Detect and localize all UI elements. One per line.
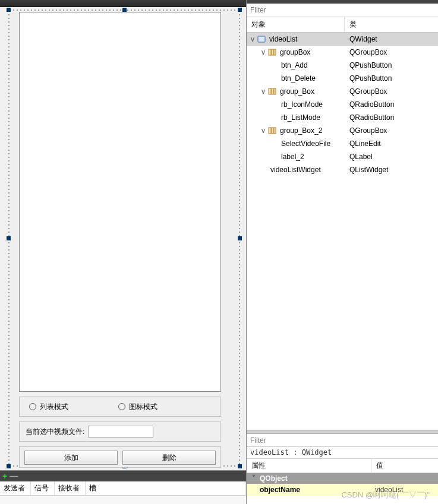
- col-value: 值: [371, 459, 388, 473]
- filter-placeholder: Filter: [250, 6, 266, 14]
- expand-icon[interactable]: v: [249, 35, 256, 43]
- chevron-down-icon: ˅: [250, 474, 257, 483]
- object-name: btn_Delete: [281, 74, 316, 83]
- form-designer[interactable]: 列表模式 图标模式 当前选中视频文件: 添加 删除: [0, 7, 246, 470]
- signals-slots-dock: + — 发送者 信号 接收者 槽: [0, 470, 246, 504]
- tree-row-group_Box[interactable]: vgroup_BoxQGroupBox: [247, 85, 438, 98]
- svg-rect-7: [269, 128, 271, 134]
- action-groupbox: 添加 删除: [19, 446, 221, 468]
- design-pane: 列表模式 图标模式 当前选中视频文件: 添加 删除: [0, 0, 246, 504]
- object-filter[interactable]: Filter: [247, 0, 438, 17]
- property-value: videoList: [371, 484, 438, 496]
- remove-connection-icon[interactable]: —: [10, 471, 18, 481]
- svg-rect-8: [272, 128, 273, 134]
- video-list-widget[interactable]: [19, 12, 221, 392]
- col-attr: 属性: [247, 459, 371, 473]
- selected-file-input[interactable]: [88, 426, 153, 438]
- svg-rect-3: [274, 49, 276, 55]
- radio-list-label: 列表模式: [40, 402, 68, 412]
- delete-button[interactable]: 删除: [122, 451, 216, 465]
- property-group-qobject[interactable]: ˅ QObject: [247, 473, 438, 484]
- property-header: videoList : QWidget: [247, 447, 438, 459]
- layout-icon: [268, 87, 276, 96]
- tree-row-btn_Delete[interactable]: btn_DeleteQPushButton: [247, 72, 438, 85]
- radio-icon: [29, 403, 36, 410]
- object-name: group_Box: [280, 87, 314, 96]
- view-mode-groupbox: 列表模式 图标模式: [19, 397, 221, 417]
- inspector-pane: Filter 对象 类 vvideoListQWidgetvgroupBoxQG…: [246, 0, 438, 504]
- svg-rect-6: [274, 88, 276, 94]
- object-class: QGroupBox: [345, 87, 438, 96]
- radio-icon-label: 图标模式: [129, 402, 157, 412]
- object-name: videoList: [269, 35, 297, 43]
- object-class: QRadioButton: [345, 100, 438, 109]
- svg-rect-0: [258, 36, 265, 42]
- object-name: videoListWidget: [270, 166, 321, 174]
- designer-toolbar: [0, 0, 246, 7]
- object-name: rb_ListMode: [281, 113, 320, 122]
- expand-icon[interactable]: v: [260, 126, 267, 135]
- object-class: QPushButton: [345, 74, 438, 83]
- tree-row-videoListWidget[interactable]: videoListWidgetQListWidget: [247, 163, 438, 176]
- col-class: 类: [345, 17, 438, 32]
- object-name: group_Box_2: [280, 126, 322, 135]
- object-name: btn_Add: [281, 61, 308, 69]
- col-sender: 发送者: [0, 481, 31, 495]
- layout-icon: [268, 126, 276, 135]
- object-class: QGroupBox: [345, 48, 438, 56]
- signals-header: 发送者 信号 接收者 槽: [0, 481, 246, 496]
- property-row-objectname[interactable]: objectName videoList: [247, 484, 438, 496]
- svg-rect-2: [272, 49, 273, 55]
- selected-file-groupbox: 当前选中视频文件:: [19, 421, 221, 442]
- object-class: QGroupBox: [345, 126, 438, 135]
- tree-row-videoList[interactable]: vvideoListQWidget: [247, 33, 438, 46]
- svg-rect-1: [269, 49, 271, 55]
- tree-row-rb_IconMode[interactable]: rb_IconModeQRadioButton: [247, 98, 438, 111]
- filter-placeholder: Filter: [250, 436, 266, 445]
- add-connection-icon[interactable]: +: [2, 471, 7, 481]
- object-class: QListWidget: [345, 166, 438, 174]
- add-button[interactable]: 添加: [24, 451, 118, 465]
- radio-list-mode[interactable]: 列表模式: [29, 402, 68, 412]
- expand-icon[interactable]: v: [260, 48, 267, 56]
- radio-icon: [118, 403, 125, 410]
- object-class: QPushButton: [345, 61, 438, 69]
- widget-icon: [257, 35, 266, 43]
- object-tree[interactable]: vvideoListQWidgetvgroupBoxQGroupBoxbtn_A…: [247, 33, 438, 430]
- property-filter[interactable]: Filter: [247, 434, 438, 447]
- tree-row-group_Box_2[interactable]: vgroup_Box_2QGroupBox: [247, 124, 438, 137]
- tree-row-SelectVideoFile[interactable]: SelectVideoFileQLineEdit: [247, 137, 438, 150]
- object-class: QLabel: [345, 153, 438, 161]
- tree-row-groupBox[interactable]: vgroupBoxQGroupBox: [247, 46, 438, 59]
- form-canvas[interactable]: 列表模式 图标模式 当前选中视频文件: 添加 删除: [11, 12, 238, 464]
- tree-row-rb_ListMode[interactable]: rb_ListModeQRadioButton: [247, 111, 438, 124]
- svg-rect-5: [272, 88, 273, 94]
- object-class: QRadioButton: [345, 113, 438, 122]
- property-columns: 属性 值: [247, 459, 438, 473]
- col-receiver: 接收者: [55, 481, 86, 495]
- col-object: 对象: [247, 17, 345, 32]
- property-group-label: QObject: [260, 474, 288, 483]
- layout-icon: [268, 48, 276, 56]
- selected-file-label: 当前选中视频文件:: [26, 427, 84, 437]
- object-tree-header: 对象 类: [247, 17, 438, 33]
- col-slot: 槽: [86, 481, 246, 495]
- radio-icon-mode[interactable]: 图标模式: [118, 402, 157, 412]
- object-class: QWidget: [345, 35, 438, 43]
- svg-rect-9: [274, 128, 276, 134]
- property-name: objectName: [247, 484, 371, 496]
- object-name: SelectVideoFile: [281, 140, 330, 148]
- signals-toolbar: + —: [0, 471, 246, 481]
- expand-icon[interactable]: v: [260, 87, 267, 96]
- object-name: groupBox: [280, 48, 310, 56]
- svg-rect-4: [269, 88, 271, 94]
- object-name: label_2: [281, 153, 304, 161]
- object-class: QLineEdit: [345, 140, 438, 148]
- col-signal: 信号: [31, 481, 55, 495]
- tree-row-label_2[interactable]: label_2QLabel: [247, 150, 438, 163]
- tree-row-btn_Add[interactable]: btn_AddQPushButton: [247, 59, 438, 72]
- object-name: rb_IconMode: [281, 100, 323, 109]
